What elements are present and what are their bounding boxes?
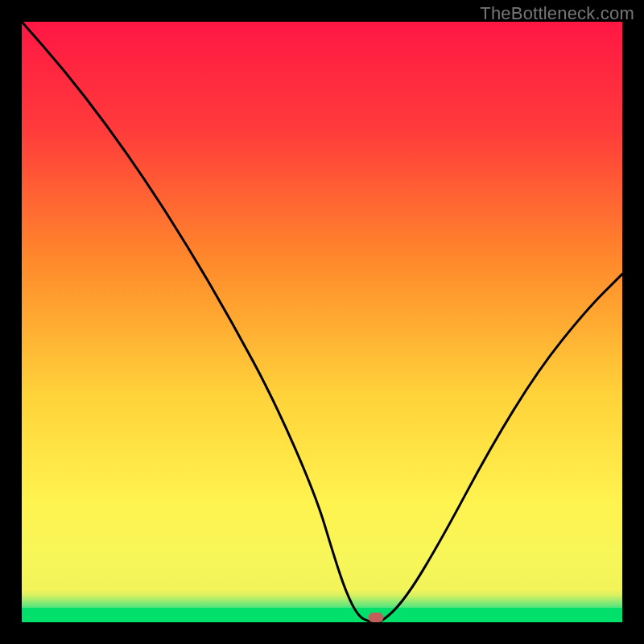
curve-path [22, 22, 622, 622]
attribution-text: TheBottleneck.com [480, 3, 634, 24]
optimum-marker [369, 613, 384, 622]
bottleneck-curve [22, 22, 622, 622]
chart-stage: TheBottleneck.com [0, 0, 644, 644]
plot-area [22, 22, 622, 622]
